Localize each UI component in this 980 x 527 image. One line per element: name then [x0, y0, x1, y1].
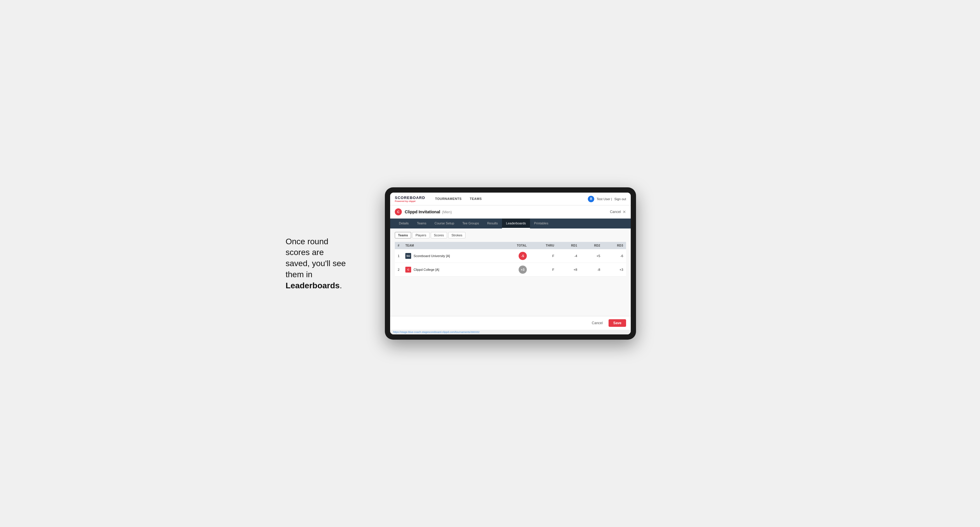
tournament-gender: (Men)	[442, 210, 452, 214]
leaderboard-content: TeamsPlayersScoresStrokes # TEAM TOTAL T…	[390, 229, 631, 316]
rd1-cell: +8	[557, 263, 580, 277]
team-name: Scoreboard University [A]	[414, 254, 450, 258]
sub-tab-leaderboards[interactable]: Leaderboards	[502, 219, 530, 229]
total-cell: +3	[500, 263, 530, 277]
logo-area: SCOREBOARD Powered by clippd	[395, 195, 425, 203]
table-row: 2 C Clippd College [A] +3 F +8 -8 +3	[395, 263, 626, 277]
desc-line5-bold: Leaderboards	[286, 281, 340, 290]
nav-links: TOURNAMENTS TEAMS	[431, 193, 588, 205]
tournament-cancel-button[interactable]: Cancel ✕	[610, 210, 626, 214]
score-badge: +3	[519, 265, 527, 274]
col-rd3: RD3	[603, 242, 626, 249]
logo-title: SCOREBOARD	[395, 195, 425, 200]
desc-line1: Once round	[286, 237, 328, 246]
sub-tab-printables[interactable]: Printables	[530, 219, 552, 229]
top-navigation: SCOREBOARD Powered by clippd TOURNAMENTS…	[390, 193, 631, 205]
desc-period: .	[340, 281, 342, 290]
tournament-name: Clippd Invitational	[405, 210, 440, 214]
score-badge: -5	[519, 252, 527, 260]
filter-btn-players[interactable]: Players	[412, 232, 430, 238]
team-cell: SU Scoreboard University [A]	[402, 249, 500, 263]
rd3-cell: -6	[603, 249, 626, 263]
thru-cell: F	[530, 263, 557, 277]
nav-right: B Test User | Sign out	[588, 196, 626, 202]
tournament-header: C Clippd Invitational (Men) Cancel ✕	[390, 205, 631, 219]
user-name: Test User |	[597, 197, 612, 201]
desc-line4: them in	[286, 270, 312, 279]
status-bar: https://stage-blue-coach.stagescoreboard…	[390, 330, 631, 334]
col-rd1: RD1	[557, 242, 580, 249]
team-logo: SU	[405, 253, 411, 259]
filter-buttons: TeamsPlayersScoresStrokes	[395, 232, 626, 238]
col-rd2: RD2	[580, 242, 603, 249]
footer-cancel-button[interactable]: Cancel	[589, 319, 606, 327]
rank-cell: 1	[395, 249, 402, 263]
rd2-cell: +5	[580, 249, 603, 263]
rd1-cell: -4	[557, 249, 580, 263]
page-wrapper: Once round scores are saved, you'll see …	[286, 187, 694, 340]
thru-cell: F	[530, 249, 557, 263]
nav-tournaments[interactable]: TOURNAMENTS	[431, 193, 466, 205]
table-row: 1 SU Scoreboard University [A] -5 F -4 +…	[395, 249, 626, 263]
tournament-icon: C	[395, 208, 402, 215]
modal-footer: Cancel Save	[390, 316, 631, 330]
status-url: https://stage-blue-coach.stagescoreboard…	[393, 331, 479, 333]
sub-tab-teams[interactable]: Teams	[413, 219, 430, 229]
user-avatar: B	[588, 196, 594, 202]
filter-btn-strokes[interactable]: Strokes	[448, 232, 466, 238]
col-rank: #	[395, 242, 402, 249]
rd3-cell: +3	[603, 263, 626, 277]
sub-tabs: DetailsTeamsCourse SetupTee GroupsResult…	[390, 219, 631, 229]
table-header-row: # TEAM TOTAL THRU RD1 RD2 RD3	[395, 242, 626, 249]
sub-tab-details[interactable]: Details	[395, 219, 413, 229]
desc-line2: scores are	[286, 248, 324, 257]
team-logo: C	[405, 267, 411, 273]
leaderboard-table: # TEAM TOTAL THRU RD1 RD2 RD3 1 SU Sco	[395, 242, 626, 277]
desc-line3: saved, you'll see	[286, 259, 346, 268]
cancel-x-icon: ✕	[622, 210, 626, 214]
tablet-screen: SCOREBOARD Powered by clippd TOURNAMENTS…	[390, 193, 631, 334]
rd2-cell: -8	[580, 263, 603, 277]
sub-tab-tee-groups[interactable]: Tee Groups	[458, 219, 483, 229]
col-thru: THRU	[530, 242, 557, 249]
rank-cell: 2	[395, 263, 402, 277]
col-team: TEAM	[402, 242, 500, 249]
filter-btn-teams[interactable]: Teams	[395, 232, 411, 238]
sign-out-link[interactable]: Sign out	[614, 197, 626, 201]
logo-subtitle: Powered by clippd	[395, 200, 425, 203]
nav-teams[interactable]: TEAMS	[466, 193, 486, 205]
filter-btn-scores[interactable]: Scores	[431, 232, 447, 238]
total-cell: -5	[500, 249, 530, 263]
footer-save-button[interactable]: Save	[609, 319, 626, 327]
sub-tab-results[interactable]: Results	[483, 219, 502, 229]
leaderboard-body: 1 SU Scoreboard University [A] -5 F -4 +…	[395, 249, 626, 277]
tablet-device: SCOREBOARD Powered by clippd TOURNAMENTS…	[385, 187, 636, 340]
sub-tab-course-setup[interactable]: Course Setup	[430, 219, 458, 229]
team-name: Clippd College [A]	[414, 268, 439, 271]
left-description: Once round scores are saved, you'll see …	[286, 236, 368, 291]
col-total: TOTAL	[500, 242, 530, 249]
team-cell: C Clippd College [A]	[402, 263, 500, 277]
